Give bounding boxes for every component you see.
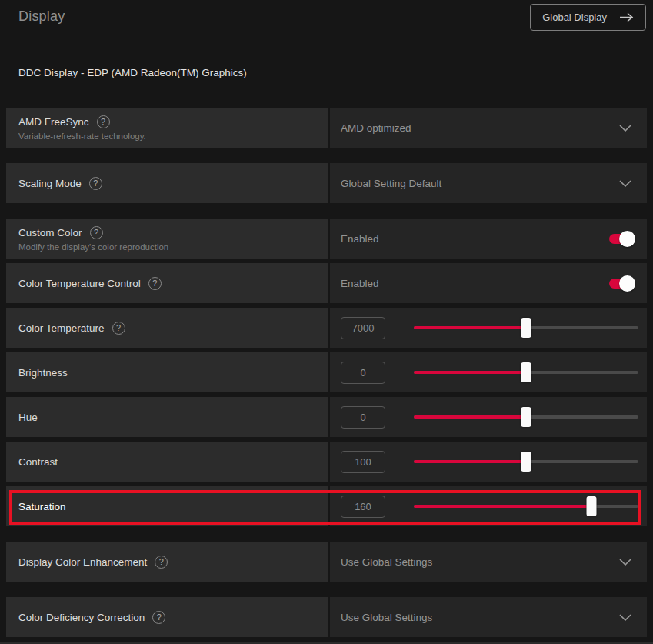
setting-row-color-temperature-control: Color Temperature Control?Enabled [6, 263, 647, 303]
global-display-button[interactable]: Global Display [530, 4, 646, 31]
hue-slider[interactable] [414, 407, 638, 427]
setting-row-brightness: Brightness [6, 352, 647, 392]
toggle-knob [619, 231, 635, 247]
toggle-knob [619, 275, 635, 292]
setting-label-cell: AMD FreeSync?Variable-refresh-rate techn… [6, 108, 328, 148]
help-icon[interactable]: ? [148, 277, 162, 290]
dropdown-value: AMD optimized [341, 122, 411, 134]
help-icon[interactable]: ? [155, 556, 168, 569]
slider-fill [414, 371, 526, 374]
slider-thumb[interactable] [521, 407, 531, 427]
setting-row-display-color-enhancement: Display Color Enhancement?Use Global Set… [6, 542, 647, 582]
setting-label-cell: Color Temperature Control? [6, 263, 328, 303]
dropdown-scaling-mode[interactable]: Global Setting Default [330, 163, 647, 203]
chevron-down-icon [619, 180, 631, 187]
slider-fill [414, 505, 591, 508]
saturation-slider[interactable] [414, 496, 638, 516]
color-temperature-input[interactable] [341, 317, 385, 339]
setting-label-cell: Color Deficiency Correction? [6, 597, 328, 637]
toggle-cell-custom-color: Enabled [330, 219, 647, 259]
setting-row-amd-freesync: AMD FreeSync?Variable-refresh-rate techn… [6, 108, 647, 148]
toggle-color-temperature-control[interactable] [609, 279, 634, 289]
page-title: Display [18, 8, 65, 25]
dropdown-value: Global Setting Default [341, 178, 441, 189]
setting-label: Saturation [18, 501, 66, 512]
settings-list: AMD FreeSync?Variable-refresh-rate techn… [6, 108, 647, 642]
setting-label-cell: Brightness [6, 352, 328, 392]
chevron-down-icon [619, 559, 631, 566]
setting-sublabel: Modify the display's color reproduction [18, 242, 328, 252]
arrow-right-icon [619, 12, 634, 22]
setting-row-color-deficiency-correction: Color Deficiency Correction?Use Global S… [6, 597, 647, 637]
setting-row-scaling-mode: Scaling Mode?Global Setting Default [6, 163, 647, 203]
setting-label-cell: Custom Color?Modify the display's color … [6, 219, 328, 259]
slider-thumb[interactable] [521, 452, 531, 472]
chevron-down-icon [619, 125, 631, 132]
slider-cell-color-temperature [330, 308, 647, 348]
setting-label: Color Deficiency Correction [18, 612, 145, 623]
setting-label-cell: Color Temperature? [6, 308, 328, 348]
setting-label: Display Color Enhancement [18, 556, 147, 568]
toggle-state-label: Enabled [341, 278, 379, 289]
chevron-down-icon [619, 614, 631, 621]
setting-row-custom-color: Custom Color?Modify the display's color … [6, 219, 647, 259]
setting-label: Custom Color [18, 227, 82, 239]
toggle-cell-color-temperature-control: Enabled [330, 263, 647, 303]
setting-label: Scaling Mode [18, 178, 82, 189]
setting-label: Brightness [18, 367, 68, 379]
setting-row-contrast: Contrast [6, 442, 647, 482]
dropdown-color-deficiency-correction[interactable]: Use Global Settings [330, 597, 647, 637]
setting-row-hue: Hue [6, 397, 647, 437]
setting-label: Hue [18, 412, 38, 423]
global-display-button-label: Global Display [542, 12, 607, 23]
slider-fill [414, 326, 526, 329]
brightness-slider[interactable] [414, 362, 638, 382]
dropdown-amd-freesync[interactable]: AMD optimized [330, 108, 647, 148]
slider-thumb[interactable] [521, 362, 531, 382]
slider-cell-contrast [330, 442, 647, 482]
contrast-input[interactable] [341, 451, 385, 473]
setting-label: Contrast [18, 456, 58, 468]
setting-row-saturation: Saturation [6, 486, 647, 526]
setting-label: Color Temperature Control [18, 278, 141, 289]
slider-cell-brightness [330, 352, 647, 392]
contrast-slider[interactable] [414, 452, 638, 472]
setting-row-color-temperature: Color Temperature? [6, 308, 647, 348]
slider-cell-saturation [330, 486, 647, 526]
saturation-input[interactable] [341, 496, 385, 518]
setting-label-cell: Contrast [6, 442, 328, 482]
help-icon[interactable]: ? [97, 115, 110, 128]
dropdown-value: Use Global Settings [341, 556, 432, 568]
setting-label-cell: Saturation [6, 486, 328, 526]
setting-label: AMD FreeSync [18, 116, 89, 128]
toggle-custom-color[interactable] [609, 234, 634, 244]
setting-label-cell: Scaling Mode? [6, 163, 328, 203]
slider-thumb[interactable] [586, 496, 596, 516]
help-icon[interactable]: ? [152, 611, 165, 624]
display-subtitle: DDC Display - EDP (AMD Radeon(TM) Graphi… [18, 67, 247, 78]
help-icon[interactable]: ? [90, 226, 103, 239]
help-icon[interactable]: ? [89, 177, 102, 190]
brightness-input[interactable] [341, 362, 385, 384]
setting-label: Color Temperature [18, 322, 105, 334]
setting-sublabel: Variable-refresh-rate technology. [18, 132, 328, 141]
setting-label-cell: Display Color Enhancement? [6, 542, 328, 582]
slider-fill [414, 460, 526, 463]
help-icon[interactable]: ? [112, 322, 125, 335]
slider-thumb[interactable] [521, 318, 531, 338]
dropdown-value: Use Global Settings [341, 612, 432, 623]
color-temperature-slider[interactable] [414, 318, 638, 338]
setting-label-cell: Hue [6, 397, 328, 437]
slider-fill [414, 415, 526, 419]
toggle-state-label: Enabled [341, 233, 379, 245]
hue-input[interactable] [341, 406, 385, 429]
dropdown-display-color-enhancement[interactable]: Use Global Settings [330, 542, 647, 582]
slider-cell-hue [330, 397, 647, 437]
